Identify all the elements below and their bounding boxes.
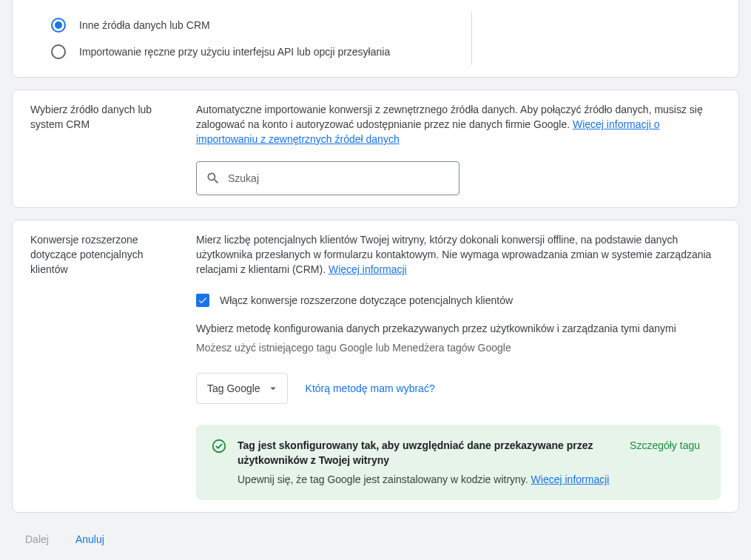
method-instruction: Wybierz metodę konfigurowania danych prz… <box>196 321 721 336</box>
search-input[interactable] <box>228 172 450 184</box>
radio-option-other-sources[interactable]: Inne źródła danych lub CRM <box>51 12 471 38</box>
select-value: Tag Google <box>207 381 260 396</box>
checkbox-checked-icon <box>196 294 209 307</box>
section-description: Automatyczne importowanie konwersji z ze… <box>196 102 721 146</box>
footer-actions: Dalej Anuluj <box>12 527 739 551</box>
svg-point-0 <box>213 440 226 453</box>
radio-option-manual-import[interactable]: Importowanie ręczne przy użyciu interfej… <box>51 38 471 65</box>
tag-details-link[interactable]: Szczegóły tagu <box>630 438 700 453</box>
learn-more-link[interactable]: Więcej informacji <box>531 473 610 485</box>
learn-more-link[interactable]: Więcej informacji <box>329 263 407 275</box>
section-title: Konwersje rozszerzone dotyczące potencja… <box>30 232 178 500</box>
method-subtext: Możesz użyć istniejącego tagu Google lub… <box>196 340 721 355</box>
enhanced-conversions-card: Konwersje rozszerzone dotyczące potencja… <box>12 220 739 513</box>
section-description: Mierz liczbę potencjalnych klientów Twoj… <box>196 232 721 277</box>
radio-selected-icon <box>51 18 66 33</box>
search-icon <box>206 171 220 186</box>
tag-status-banner: Tag jest skonfigurowany tak, aby uwzględ… <box>196 425 721 500</box>
checkbox-label: Włącz konwersje rozszerzone dotyczące po… <box>220 293 513 308</box>
next-button[interactable]: Dalej <box>12 527 62 551</box>
cancel-button[interactable]: Anuluj <box>75 533 104 545</box>
check-circle-icon <box>211 438 227 454</box>
section-title: Wybierz źródło danych lub system CRM <box>30 102 178 195</box>
radio-unselected-icon <box>51 44 66 59</box>
radio-label: Inne źródła danych lub CRM <box>79 19 210 31</box>
tag-method-select[interactable]: Tag Google <box>196 373 288 404</box>
status-subtitle: Upewnij się, że tag Google jest zainstal… <box>238 472 619 487</box>
data-source-card: Wybierz źródło danych lub system CRM Aut… <box>12 90 739 208</box>
which-method-link[interactable]: Którą metodę mam wybrać? <box>306 381 435 396</box>
search-box[interactable] <box>196 161 459 195</box>
enable-enhanced-conversions-checkbox[interactable]: Włącz konwersje rozszerzone dotyczące po… <box>196 293 721 308</box>
radio-label: Importowanie ręczne przy użyciu interfej… <box>79 46 390 58</box>
chevron-down-icon <box>266 382 280 395</box>
status-title: Tag jest skonfigurowany tak, aby uwzględ… <box>238 438 619 468</box>
import-method-card: Inne źródła danych lub CRM Importowanie … <box>12 0 739 78</box>
